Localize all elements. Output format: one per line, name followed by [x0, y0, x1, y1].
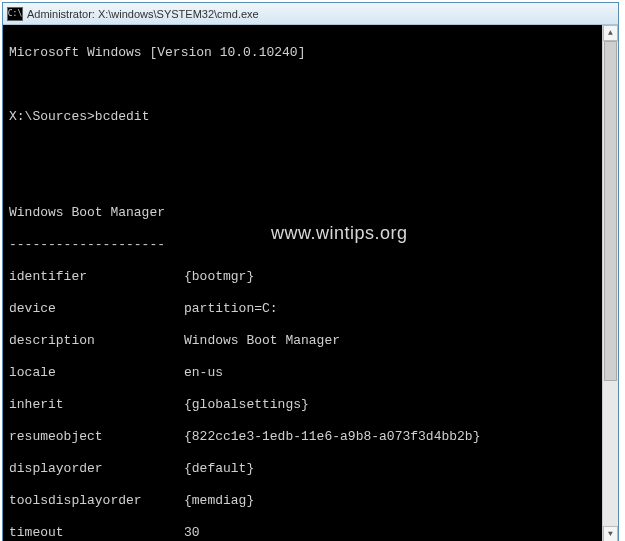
cmd-icon: C:\ [7, 7, 23, 21]
kv-val: 30 [184, 525, 200, 541]
kv-row: timeout30 [9, 525, 612, 541]
watermark-text: www.wintips.org [271, 225, 408, 241]
terminal-output[interactable]: Microsoft Windows [Version 10.0.10240] X… [3, 25, 618, 541]
version-line: Microsoft Windows [Version 10.0.10240] [9, 45, 612, 61]
scrollbar-thumb[interactable] [604, 41, 617, 381]
window-title: Administrator: X:\windows\SYSTEM32\cmd.e… [27, 8, 259, 20]
kv-row: inherit{globalsettings} [9, 397, 612, 413]
kv-key: description [9, 333, 184, 349]
kv-key: inherit [9, 397, 184, 413]
kv-row: resumeobject{822cc1e3-1edb-11e6-a9b8-a07… [9, 429, 612, 445]
scroll-down-button[interactable]: ▼ [603, 526, 618, 541]
kv-val: {default} [184, 461, 254, 477]
scroll-up-button[interactable]: ▲ [603, 25, 618, 41]
prompt-line-1: X:\Sources>bcdedit [9, 109, 612, 125]
section-header: Windows Boot Manager [9, 205, 612, 221]
kv-row: descriptionWindows Boot Manager [9, 333, 612, 349]
kv-val: en-us [184, 365, 223, 381]
kv-val: {bootmgr} [184, 269, 254, 285]
kv-key: identifier [9, 269, 184, 285]
kv-val: partition=C: [184, 301, 278, 317]
kv-key: locale [9, 365, 184, 381]
cmd-window: C:\ Administrator: X:\windows\SYSTEM32\c… [2, 2, 619, 541]
kv-key: resumeobject [9, 429, 184, 445]
kv-key: toolsdisplayorder [9, 493, 184, 509]
kv-key: displayorder [9, 461, 184, 477]
blank-line [9, 77, 612, 93]
kv-val: {memdiag} [184, 493, 254, 509]
kv-key: timeout [9, 525, 184, 541]
kv-val: {822cc1e3-1edb-11e6-a9b8-a073f3d4bb2b} [184, 429, 480, 445]
command: bcdedit [95, 109, 150, 125]
prompt: X:\Sources> [9, 109, 95, 125]
titlebar[interactable]: C:\ Administrator: X:\windows\SYSTEM32\c… [3, 3, 618, 25]
kv-val: Windows Boot Manager [184, 333, 340, 349]
kv-row: devicepartition=C: [9, 301, 612, 317]
kv-key: device [9, 301, 184, 317]
blank-line [9, 173, 612, 189]
vertical-scrollbar[interactable]: ▲ ▼ [602, 25, 618, 541]
scrollbar-track[interactable] [603, 41, 618, 526]
kv-row: localeen-us [9, 365, 612, 381]
kv-val: {globalsettings} [184, 397, 309, 413]
blank-line [9, 141, 612, 157]
kv-row: displayorder{default} [9, 461, 612, 477]
kv-row: toolsdisplayorder{memdiag} [9, 493, 612, 509]
kv-row: identifier{bootmgr} [9, 269, 612, 285]
